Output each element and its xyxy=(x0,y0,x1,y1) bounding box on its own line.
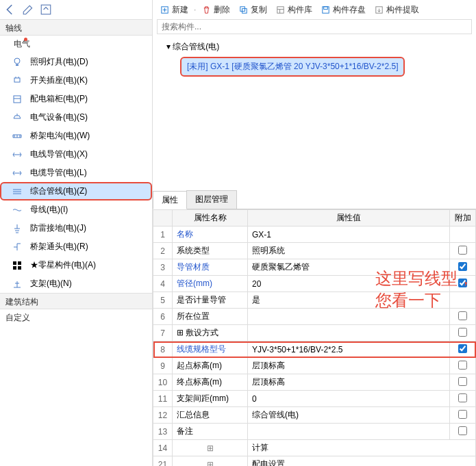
tree-item[interactable]: [未用] GX-1 [硬质聚氯乙烯管 20 YJV-3*50+1*16/BV-2… xyxy=(180,57,405,77)
sidebar-item[interactable]: ★零星构件(电)(A) xyxy=(0,256,152,274)
item-label: 配电箱柜(电)(P) xyxy=(30,93,88,105)
table-row[interactable]: 13备注 xyxy=(153,424,476,440)
item-label: 支架(电)(N) xyxy=(30,278,72,289)
expand-icon[interactable]: ⊞ xyxy=(173,456,248,467)
category-custom[interactable]: 自定义 xyxy=(0,309,152,326)
table-row[interactable]: 9起点标高(m)层顶标高 xyxy=(153,358,476,374)
del-icon xyxy=(201,5,212,15)
sidebar-item[interactable]: 照明灯具(电)(D) xyxy=(0,53,152,71)
extra-checkbox[interactable] xyxy=(458,328,467,337)
item-label: 电线导管(电)(X) xyxy=(30,148,88,160)
copy-icon xyxy=(238,5,249,15)
top-toolbar: 新建·删除复制构件库构件存盘构件提取 xyxy=(153,0,476,19)
sidebar-item[interactable]: 支架(电)(N) xyxy=(0,274,152,293)
col-value: 属性值 xyxy=(248,210,450,226)
table-row[interactable]: 5是否计量导管是 xyxy=(153,292,476,309)
extra-checkbox[interactable] xyxy=(458,361,467,370)
svg-rect-13 xyxy=(324,6,328,9)
sidebar-item[interactable]: 防雷接地(电)(J) xyxy=(0,219,152,237)
properties-table: 属性名称 属性值 附加 1名称GX-12系统类型照明系统3导管材质硬质聚氯乙烯管… xyxy=(153,209,476,466)
search-input[interactable] xyxy=(157,19,472,34)
sidebar-item[interactable]: 配电箱柜(电)(P) xyxy=(0,90,152,108)
table-row[interactable]: 7⊞ 敷设方式 xyxy=(153,325,476,341)
prop-value[interactable]: 20 xyxy=(248,276,450,292)
prop-name: 支架间距(mm) xyxy=(173,391,248,407)
prop-value[interactable]: GX-1 xyxy=(248,226,450,243)
prop-value[interactable] xyxy=(248,325,450,341)
table-row[interactable]: 1名称GX-1 xyxy=(153,226,476,243)
table-row[interactable]: 6所在位置 xyxy=(153,309,476,325)
lib-button[interactable]: 构件库 xyxy=(273,3,315,17)
table-row[interactable]: 14⊞计算 xyxy=(153,440,476,456)
svg-rect-11 xyxy=(277,6,284,12)
plug-icon xyxy=(11,75,23,87)
tree-root[interactable]: ▾ 综合管线(电) xyxy=(166,40,471,54)
extra-checkbox[interactable] xyxy=(458,410,467,419)
svg-rect-5 xyxy=(18,261,21,265)
prop-name: 汇总信息 xyxy=(173,407,248,424)
item-label: ★零星构件(电)(A) xyxy=(30,259,96,271)
prop-value[interactable] xyxy=(248,309,450,325)
bus-icon xyxy=(11,204,23,216)
prop-name: 配电设置 xyxy=(248,456,476,467)
sidebar-item[interactable]: 电气设备(电)(S) xyxy=(0,108,152,127)
prop-value[interactable]: 是 xyxy=(248,292,450,309)
prop-name: 备注 xyxy=(173,424,248,440)
item-label: 开关插座(电)(K) xyxy=(30,75,88,86)
new-button[interactable]: 新建 xyxy=(157,3,191,17)
prop-value[interactable]: 综合管线(电) xyxy=(248,407,450,424)
expand-icon[interactable]: ⊞ xyxy=(173,440,248,456)
expand-icon[interactable] xyxy=(40,3,52,16)
table-row[interactable]: 11支架间距(mm)0 xyxy=(153,391,476,407)
tab-layers[interactable]: 图层管理 xyxy=(186,190,237,209)
lib-icon xyxy=(275,5,286,15)
category-electrical[interactable]: 电气 xyxy=(0,36,152,53)
svg-rect-0 xyxy=(41,5,51,14)
extra-checkbox[interactable] xyxy=(458,246,467,255)
bulb-icon xyxy=(11,56,23,68)
tray-icon xyxy=(11,130,23,142)
table-row[interactable]: 21⊞配电设置 xyxy=(153,456,476,467)
save-button[interactable]: 构件存盘 xyxy=(318,3,368,17)
sidebar-item[interactable]: 桥架通头(电)(R) xyxy=(0,237,152,256)
sup-icon xyxy=(11,278,23,290)
arrow-left-icon[interactable] xyxy=(4,3,16,16)
prop-value[interactable]: 层顶标高 xyxy=(248,358,450,374)
gnd-icon xyxy=(11,222,23,235)
extra-checkbox[interactable] xyxy=(458,262,467,271)
table-row[interactable]: 12汇总信息综合管线(电) xyxy=(153,407,476,424)
tab-properties[interactable]: 属性 xyxy=(153,191,187,209)
extra-checkbox[interactable] xyxy=(458,377,467,386)
table-row[interactable]: 3导管材质硬质聚氯乙烯管 xyxy=(153,259,476,276)
ext-button[interactable]: 构件提取 xyxy=(371,3,422,17)
section-building[interactable]: 建筑结构 xyxy=(0,293,152,309)
sidebar-item[interactable]: 桥架电沟(电)(W) xyxy=(0,127,152,145)
sidebar-item[interactable]: 电线导管(电)(X) xyxy=(0,145,152,164)
prop-name: 终点标高(m) xyxy=(173,374,248,391)
prop-value[interactable]: 0 xyxy=(248,391,450,407)
sidebar-item[interactable]: 综合管线(电)(Z) xyxy=(0,182,152,200)
extra-checkbox[interactable] xyxy=(458,426,467,435)
extra-checkbox[interactable] xyxy=(458,344,467,353)
extra-checkbox[interactable] xyxy=(458,393,467,402)
section-axis[interactable]: 轴线 xyxy=(0,19,152,36)
col-num xyxy=(153,210,173,226)
extra-checkbox[interactable] xyxy=(458,279,467,287)
del-button[interactable]: 删除 xyxy=(199,3,233,17)
table-row[interactable]: 4管径(mm)20 xyxy=(153,276,476,292)
extra-checkbox[interactable] xyxy=(458,311,467,320)
sidebar-item[interactable]: 开关插座(电)(K) xyxy=(0,71,152,90)
svg-rect-6 xyxy=(13,266,16,270)
prop-value[interactable] xyxy=(248,424,450,440)
prop-value[interactable]: 照明系统 xyxy=(248,243,450,259)
prop-value[interactable]: YJV-3*50+1*16/BV-2*2.5 xyxy=(248,341,450,358)
sidebar-item[interactable]: 电缆导管(电)(L) xyxy=(0,164,152,182)
sidebar-item[interactable]: 母线(电)(I) xyxy=(0,200,152,219)
table-row[interactable]: 8线缆规格型号YJV-3*50+1*16/BV-2*2.5 xyxy=(153,341,476,358)
prop-value[interactable]: 层顶标高 xyxy=(248,374,450,391)
prop-value[interactable]: 硬质聚氯乙烯管 xyxy=(248,259,450,276)
edit-icon[interactable] xyxy=(22,3,34,16)
table-row[interactable]: 10终点标高(m)层顶标高 xyxy=(153,374,476,391)
table-row[interactable]: 2系统类型照明系统 xyxy=(153,243,476,259)
copy-button[interactable]: 复制 xyxy=(236,3,270,17)
